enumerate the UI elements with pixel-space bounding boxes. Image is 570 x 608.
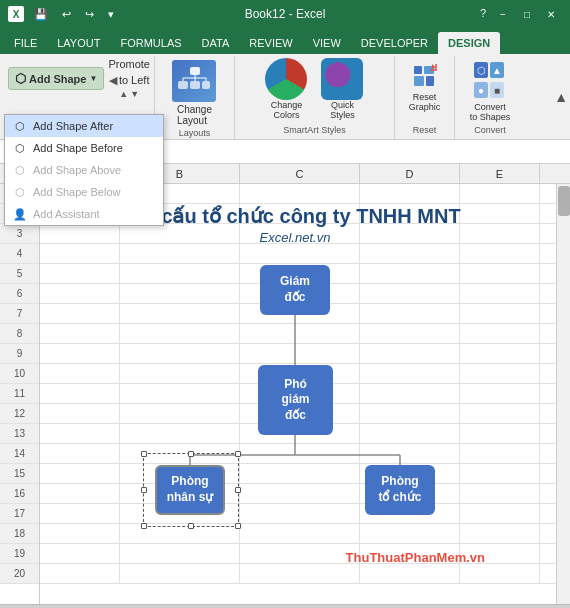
convert-shapes-label: Convertto Shapes — [470, 102, 511, 122]
node-phong-to-chuc[interactable]: Phòngtổ chức — [365, 465, 435, 515]
svg-rect-0 — [190, 67, 200, 75]
smartart-diagram[interactable]: Cơ cấu tổ chức công ty TNHH MNT Excel.ne… — [40, 194, 550, 604]
reset-graphic-button[interactable]: ResetGraphic — [406, 58, 442, 114]
sheet-content[interactable]: Cơ cấu tổ chức công ty TNHH MNT Excel.ne… — [40, 184, 570, 604]
formula-input[interactable] — [128, 146, 566, 158]
node-giam-doc[interactable]: Giámđốc — [260, 265, 330, 315]
menu-item-add-shape-above: ⬡ Add Shape Above — [5, 159, 163, 181]
svg-rect-11 — [414, 76, 424, 86]
row-11[interactable]: 11 — [0, 384, 39, 404]
row-13[interactable]: 13 — [0, 424, 39, 444]
row-18[interactable]: 18 — [0, 524, 39, 544]
vertical-scrollbar[interactable] — [556, 184, 570, 604]
tab-developer[interactable]: DEVELOPER — [351, 32, 438, 54]
col-header-e[interactable]: E — [460, 164, 540, 183]
add-shape-before-icon: ⬡ — [13, 141, 27, 155]
handle-br — [235, 523, 241, 529]
tab-file[interactable]: FILE — [4, 32, 47, 54]
menu-item-add-shape-before[interactable]: ⬡ Add Shape Before — [5, 137, 163, 159]
chart-subtitle: Excel.net.vn — [260, 230, 331, 245]
add-shape-dropdown: ⬡ Add Shape After ⬡ Add Shape Before ⬡ A… — [4, 114, 164, 226]
row-19[interactable]: 19 — [0, 544, 39, 564]
reset-graphic-icon — [408, 60, 440, 92]
row-10[interactable]: 10 — [0, 364, 39, 384]
add-shape-below-icon: ⬡ — [13, 185, 27, 199]
demote-icon[interactable]: ◀ — [109, 74, 117, 87]
row-8[interactable]: 8 — [0, 324, 39, 344]
smartart-styles-group: ChangeColors QuickStyles SmartArt Styles — [235, 56, 395, 139]
help-btn[interactable]: ? — [476, 5, 490, 23]
col-header-c[interactable]: C — [240, 164, 360, 183]
handle-ml — [141, 487, 147, 493]
chart-title: Cơ cấu tổ chức công ty TNHH MNT — [129, 204, 460, 228]
change-colors-button[interactable] — [265, 58, 307, 100]
spreadsheet: A B C D E 1 2 3 4 5 6 7 8 9 10 11 12 13 … — [0, 164, 570, 604]
row-17[interactable]: 17 — [0, 504, 39, 524]
row-9[interactable]: 9 — [0, 344, 39, 364]
row-20[interactable]: 20 — [0, 564, 39, 584]
tab-layout[interactable]: LAYOUT — [47, 32, 110, 54]
row-16[interactable]: 16 — [0, 484, 39, 504]
tab-design[interactable]: DESIGN — [438, 32, 500, 54]
tab-review[interactable]: REVIEW — [239, 32, 302, 54]
layouts-label: Layouts — [179, 128, 211, 140]
tab-data[interactable]: DATA — [192, 32, 240, 54]
change-layout-icon — [172, 60, 216, 102]
smartart-style-buttons: ChangeColors QuickStyles — [261, 58, 367, 120]
node-phong-to-chuc-label: Phòngtổ chức — [378, 474, 421, 505]
add-assistant-icon: 👤 — [13, 207, 27, 221]
row-7[interactable]: 7 — [0, 304, 39, 324]
restore-btn[interactable]: □ — [516, 5, 538, 23]
svg-text:⬡: ⬡ — [476, 65, 485, 76]
menu-item-add-assistant: 👤 Add Assistant — [5, 203, 163, 225]
row-12[interactable]: 12 — [0, 404, 39, 424]
quick-save[interactable]: 💾 — [30, 6, 52, 23]
tab-formulas[interactable]: FORMULAS — [110, 32, 191, 54]
indent-up-icon[interactable]: ▲ — [119, 89, 128, 99]
menu-item-add-shape-after[interactable]: ⬡ Add Shape After — [5, 115, 163, 137]
node-giam-doc-label: Giámđốc — [280, 274, 310, 305]
row-6[interactable]: 6 — [0, 284, 39, 304]
title-bar-left: X 💾 ↩ ↪ ▾ — [8, 6, 118, 23]
svg-text:▲: ▲ — [492, 65, 502, 76]
quick-undo[interactable]: ↩ — [58, 6, 75, 23]
dropdown-arrow-icon: ▼ — [89, 74, 97, 83]
quick-redo[interactable]: ↪ — [81, 6, 98, 23]
minimize-btn[interactable]: − — [492, 5, 514, 23]
row-14[interactable]: 14 — [0, 444, 39, 464]
ribbon-collapse-icon[interactable]: ▲ — [554, 89, 568, 105]
title-bar: X 💾 ↩ ↪ ▾ Book12 - Excel ? − □ ✕ — [0, 0, 570, 28]
quick-styles-label: QuickStyles — [317, 100, 367, 120]
row-4[interactable]: 4 — [0, 244, 39, 264]
row-5[interactable]: 5 — [0, 264, 39, 284]
indent-down-icon[interactable]: ▼ — [130, 89, 139, 99]
row-15[interactable]: 15 — [0, 464, 39, 484]
convert-shapes-button[interactable]: ⬡ ▲ ● ■ Convertto Shapes — [468, 58, 513, 124]
watermark-text: ThuThuatPhanMem.vn — [346, 550, 485, 565]
convert-shapes-icon: ⬡ ▲ ● ■ — [472, 60, 508, 102]
row-3[interactable]: 3 — [0, 224, 39, 244]
smartart-container[interactable]: Giámđốc Phógiámđốc Phòngnhân sự Phòngtổ … — [95, 255, 495, 575]
scrollbar-thumb[interactable] — [558, 186, 570, 216]
handle-bc — [188, 523, 194, 529]
svg-rect-2 — [190, 81, 200, 89]
ribbon: ⬡ Add Shape ▼ Promote ◀ to Left ▲ ▼ — [0, 54, 570, 140]
add-shape-button[interactable]: ⬡ Add Shape ▼ — [8, 67, 104, 90]
handle-tr — [235, 451, 241, 457]
sheet-body: 1 2 3 4 5 6 7 8 9 10 11 12 13 14 15 16 1… — [0, 184, 570, 604]
col-header-d[interactable]: D — [360, 164, 460, 183]
node-pho-giam-doc[interactable]: Phógiámđốc — [258, 365, 333, 435]
node-phong-nhan-su[interactable]: Phòngnhân sự — [155, 465, 225, 515]
quick-more[interactable]: ▾ — [104, 6, 118, 23]
handle-bl — [141, 523, 147, 529]
reset-graphic-label: ResetGraphic — [409, 92, 441, 112]
convert-group: ⬡ ▲ ● ■ Convertto Shapes Convert — [455, 56, 525, 139]
change-layout-button[interactable]: ChangeLayout — [168, 58, 220, 128]
tab-view[interactable]: VIEW — [303, 32, 351, 54]
promote-label[interactable]: Promote — [108, 58, 150, 70]
svg-rect-3 — [202, 81, 210, 89]
sheet-tabs: ⊕ Sheet2 — [0, 604, 570, 608]
quick-styles-button[interactable] — [321, 58, 363, 100]
watermark: ThuThuatPhanMem.vn — [346, 550, 485, 565]
close-btn[interactable]: ✕ — [540, 5, 562, 23]
